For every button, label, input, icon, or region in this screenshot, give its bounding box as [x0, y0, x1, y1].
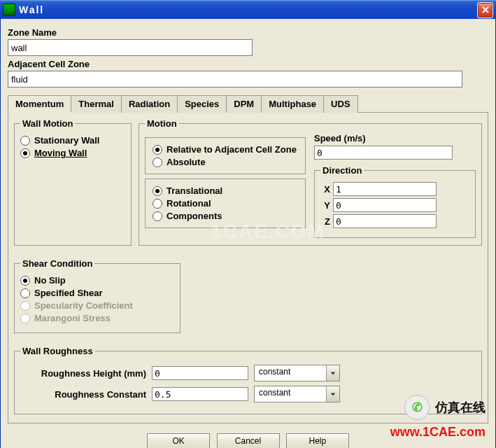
- radio-label: Marangoni Stress: [34, 313, 111, 323]
- roughness-height-label: Roughness Height (mm): [20, 368, 146, 379]
- radio-moving-wall[interactable]: Moving Wall: [20, 148, 125, 158]
- dir-y-input[interactable]: [333, 198, 437, 212]
- radio-icon: [20, 136, 30, 146]
- tab-multiphase[interactable]: Multiphase: [261, 95, 324, 113]
- window-title: Wall: [19, 4, 477, 15]
- radio-label: Specified Shear: [34, 288, 103, 298]
- dir-z-input[interactable]: [333, 214, 437, 228]
- ok-button[interactable]: OK: [147, 433, 210, 448]
- momentum-panel: Wall Motion Stationary Wall Moving Wall …: [8, 113, 488, 424]
- radio-no-slip[interactable]: No Slip: [20, 275, 174, 286]
- radio-components[interactable]: Components: [153, 211, 298, 221]
- zone-name-label: Zone Name: [8, 27, 488, 38]
- dropdown-value: constant: [255, 365, 326, 381]
- roughness-constant-dropdown[interactable]: constant: [254, 386, 340, 402]
- wall-motion-legend: Wall Motion: [20, 118, 75, 129]
- tab-uds[interactable]: UDS: [323, 95, 357, 113]
- radio-marangoni: Marangoni Stress: [20, 313, 174, 323]
- shear-legend: Shear Condition: [20, 258, 94, 269]
- zone-name-input[interactable]: [8, 39, 253, 56]
- direction-group: Direction X Y Z: [314, 165, 476, 238]
- radio-icon: [20, 301, 30, 311]
- radio-label: Specularity Coefficient: [34, 300, 133, 311]
- cancel-button[interactable]: Cancel: [217, 433, 280, 448]
- radio-label: Components: [166, 211, 222, 221]
- speed-group: Speed (m/s): [314, 133, 476, 160]
- chevron-down-icon: [326, 365, 339, 381]
- speed-input[interactable]: [314, 146, 453, 160]
- roughness-constant-label: Roughness Constant: [20, 389, 146, 400]
- tab-momentum[interactable]: Momentum: [8, 95, 71, 113]
- direction-legend: Direction: [320, 165, 364, 176]
- roughness-legend: Wall Roughness: [20, 346, 95, 356]
- dir-x-input[interactable]: [333, 182, 437, 196]
- radio-specularity: Specularity Coefficient: [20, 300, 174, 311]
- radio-label: Rotational: [166, 198, 211, 209]
- adjacent-zone-input[interactable]: [8, 71, 462, 88]
- radio-stationary-wall[interactable]: Stationary Wall: [20, 135, 125, 146]
- dir-z-label: Z: [320, 216, 330, 227]
- dir-y-label: Y: [320, 200, 330, 211]
- adjacent-zone-label: Adjacent Cell Zone: [8, 59, 488, 69]
- roughness-height-dropdown[interactable]: constant: [254, 365, 340, 382]
- tab-strip: Momentum Thermal Radiation Species DPM M…: [8, 94, 488, 113]
- dir-x-label: X: [320, 184, 330, 195]
- radio-icon: [20, 288, 30, 298]
- radio-icon: [20, 148, 30, 158]
- help-button[interactable]: Help: [286, 433, 349, 448]
- radio-icon: [153, 158, 162, 167]
- motion-frame-group: Relative to Adjacent Cell Zone Absolute: [145, 137, 306, 174]
- motion-group: Motion Relative to Adjacent Cell Zone Ab…: [139, 118, 482, 246]
- radio-icon: [153, 211, 162, 221]
- radio-relative[interactable]: Relative to Adjacent Cell Zone: [153, 144, 298, 155]
- radio-absolute[interactable]: Absolute: [153, 157, 298, 167]
- radio-icon: [153, 199, 162, 209]
- radio-rotational[interactable]: Rotational: [153, 198, 298, 209]
- radio-specified-shear[interactable]: Specified Shear: [20, 288, 174, 298]
- radio-translational[interactable]: Translational: [153, 186, 298, 196]
- close-icon: [482, 6, 489, 13]
- motion-legend: Motion: [145, 118, 179, 129]
- roughness-height-input[interactable]: [152, 366, 248, 380]
- close-button[interactable]: [477, 2, 493, 18]
- radio-label: Stationary Wall: [34, 135, 99, 146]
- tab-dpm[interactable]: DPM: [226, 95, 262, 113]
- radio-label: Moving Wall: [34, 148, 87, 158]
- tab-species[interactable]: Species: [177, 95, 227, 113]
- tab-thermal[interactable]: Thermal: [71, 95, 122, 113]
- radio-label: Absolute: [166, 157, 206, 167]
- radio-label: No Slip: [34, 275, 66, 286]
- radio-icon: [20, 314, 30, 323]
- app-icon: [3, 4, 15, 16]
- roughness-constant-input[interactable]: [152, 387, 248, 401]
- dialog-body: Zone Name Adjacent Cell Zone Momentum Th…: [0, 19, 496, 448]
- chevron-down-icon: [326, 386, 339, 402]
- motion-type-group: Translational Rotational Components: [145, 178, 306, 228]
- dropdown-value: constant: [255, 386, 326, 402]
- shear-condition-group: Shear Condition No Slip Specified Shear …: [14, 258, 180, 333]
- wall-motion-group: Wall Motion Stationary Wall Moving Wall: [14, 118, 132, 246]
- wall-roughness-group: Wall Roughness Roughness Height (mm) con…: [14, 346, 482, 414]
- speed-label: Speed (m/s): [314, 133, 476, 144]
- button-bar: OK Cancel Help: [8, 433, 488, 448]
- radio-label: Translational: [166, 186, 222, 196]
- radio-label: Relative to Adjacent Cell Zone: [166, 144, 297, 155]
- radio-icon: [153, 186, 162, 196]
- title-bar: Wall: [0, 0, 496, 19]
- radio-icon: [20, 276, 30, 286]
- radio-icon: [153, 145, 162, 155]
- tab-radiation[interactable]: Radiation: [121, 95, 178, 113]
